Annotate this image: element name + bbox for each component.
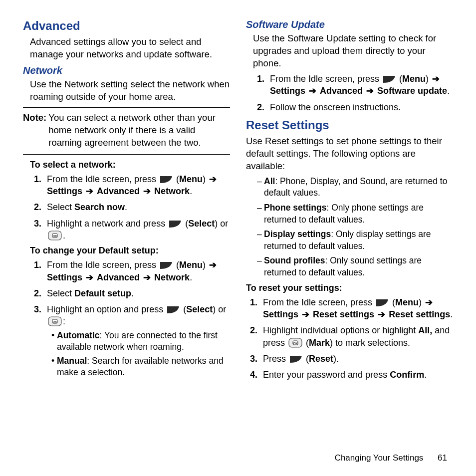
step-number: 2. xyxy=(253,101,270,113)
text: to mark selections. xyxy=(333,338,410,348)
softkey-icon xyxy=(160,261,173,269)
step-number: 3. xyxy=(30,218,47,242)
softkey-icon xyxy=(169,220,182,228)
text: Press xyxy=(263,354,288,364)
ok-key-icon: OK xyxy=(48,316,62,326)
text: Highlight a network and press xyxy=(47,219,168,229)
heading-network: Network xyxy=(23,65,230,76)
text: Enter your password and press xyxy=(263,370,390,380)
arrow-icon: ➔ xyxy=(85,272,94,282)
arrow-icon: ➔ xyxy=(431,74,441,84)
step-number: 1. xyxy=(30,259,47,283)
path-reset2: Reset settings xyxy=(389,309,450,319)
software-update-steps: 1. From the Idle screen, press (Menu) ➔ … xyxy=(253,73,453,113)
softkey-icon xyxy=(376,299,389,307)
step-number: 2. xyxy=(246,324,263,349)
heading-reset: Reset Settings xyxy=(246,118,453,132)
step-number: 2. xyxy=(30,287,47,299)
svg-text:OK: OK xyxy=(53,320,58,323)
default-setup: Default setup xyxy=(74,288,131,298)
footer-title: Changing Your Settings xyxy=(335,453,424,463)
step-body: From the Idle screen, press (Menu) ➔ Set… xyxy=(270,73,453,97)
step-body: Enter your password and press Confirm. xyxy=(263,369,453,381)
arrow-icon: ➔ xyxy=(301,309,310,319)
step-body: Select Default setup. xyxy=(47,287,230,299)
step-body: From the Idle screen, press (Menu) ➔ Set… xyxy=(263,296,453,321)
step-body: Highlight individual options or highligh… xyxy=(263,324,453,349)
subhead-select-network: To select a network: xyxy=(30,160,230,170)
bullet-icon: • xyxy=(49,355,57,378)
path-network: Network xyxy=(154,186,190,196)
menu-label: Menu xyxy=(179,260,203,270)
option-all: All: Phone, Display, and Sound, are retu… xyxy=(264,176,453,199)
text: or xyxy=(218,219,228,229)
bullet-icon: • xyxy=(49,330,57,353)
path-settings: Settings xyxy=(47,186,82,196)
softkey-icon xyxy=(383,75,396,83)
dash-icon: – xyxy=(257,229,264,252)
text: or xyxy=(216,304,226,314)
option-label: Display settings xyxy=(264,229,331,239)
step-number: 2. xyxy=(30,201,47,213)
path-settings: Settings xyxy=(270,86,305,96)
dash-icon: – xyxy=(257,255,264,278)
reset-steps: 1. From the Idle screen, press (Menu) ➔ … xyxy=(246,296,453,381)
softkey-icon xyxy=(167,306,180,314)
text: Highlight individual options or highligh… xyxy=(263,325,418,335)
text: From the Idle screen, press xyxy=(47,174,159,184)
subhead-default-setup: To change your Default setup: xyxy=(30,245,230,256)
manual-page: Advanced Advanced settings allow you to … xyxy=(0,0,476,476)
path-settings: Settings xyxy=(263,309,298,319)
search-now: Search now xyxy=(74,202,125,212)
select-label: Select xyxy=(188,219,215,229)
step-number: 1. xyxy=(246,296,263,321)
step-body: From the Idle screen, press (Menu) ➔ Set… xyxy=(47,173,230,198)
option-label: All xyxy=(264,176,275,186)
option-label: Sound profiles xyxy=(264,255,325,265)
heading-software-update: Software Update xyxy=(246,19,453,30)
option-text: : Phone, Display, and Sound, are returne… xyxy=(264,176,447,198)
step-number: 1. xyxy=(253,73,270,97)
page-number: 61 xyxy=(426,453,447,463)
reset-label: Reset xyxy=(309,354,333,364)
step-body: Highlight an option and press (Select) o… xyxy=(47,303,230,381)
left-column: Advanced Advanced settings allow you to … xyxy=(23,18,230,385)
svg-text:OK: OK xyxy=(53,235,58,238)
step-body: Highlight a network and press (Select) o… xyxy=(47,218,230,242)
step-number: 1. xyxy=(30,173,47,198)
text: From the Idle screen, press xyxy=(270,74,382,84)
text: Highlight an option and press xyxy=(47,304,166,314)
right-column: Software Update Use the Software Update … xyxy=(246,18,453,385)
dash-icon: – xyxy=(257,202,264,226)
text: From the Idle screen, press xyxy=(47,260,159,270)
page-footer: Changing Your Settings 61 xyxy=(335,453,447,463)
arrow-icon: ➔ xyxy=(377,309,386,319)
step-number: 3. xyxy=(246,353,263,365)
arrow-icon: ➔ xyxy=(424,297,434,307)
confirm-label: Confirm xyxy=(390,370,424,380)
step-body: Follow the onscreen instructions. xyxy=(270,101,453,113)
arrow-icon: ➔ xyxy=(308,86,317,96)
arrow-icon: ➔ xyxy=(142,272,152,282)
arrow-icon: ➔ xyxy=(142,186,152,196)
arrow-icon: ➔ xyxy=(85,186,94,196)
option-display: Display settings: Only display settings … xyxy=(264,229,453,252)
option-label: Automatic xyxy=(57,330,100,340)
reset-options: –All: Phone, Display, and Sound, are ret… xyxy=(257,176,453,279)
advanced-intro: Advanced settings allow you to select an… xyxy=(30,36,230,61)
path-advanced: Advanced xyxy=(320,86,365,96)
menu-label: Menu xyxy=(402,74,426,84)
heading-advanced: Advanced xyxy=(23,19,230,33)
note-label: Note: xyxy=(23,112,48,149)
step-body: Press (Reset). xyxy=(263,353,453,365)
option-label: Phone settings xyxy=(264,203,326,213)
path-software-update: Software update xyxy=(377,86,447,96)
software-update-intro: Use the Software Update setting to check… xyxy=(253,32,453,70)
note-box: Note: You can select a network other tha… xyxy=(23,107,230,155)
dash-icon: – xyxy=(257,176,264,199)
mark-label: Mark xyxy=(309,338,330,348)
subhead-reset-steps: To reset your settings: xyxy=(246,283,453,293)
path-reset: Reset settings xyxy=(313,309,374,319)
menu-label: Menu xyxy=(395,297,419,307)
option-auto: Automatic: You are connected to the firs… xyxy=(57,330,230,353)
